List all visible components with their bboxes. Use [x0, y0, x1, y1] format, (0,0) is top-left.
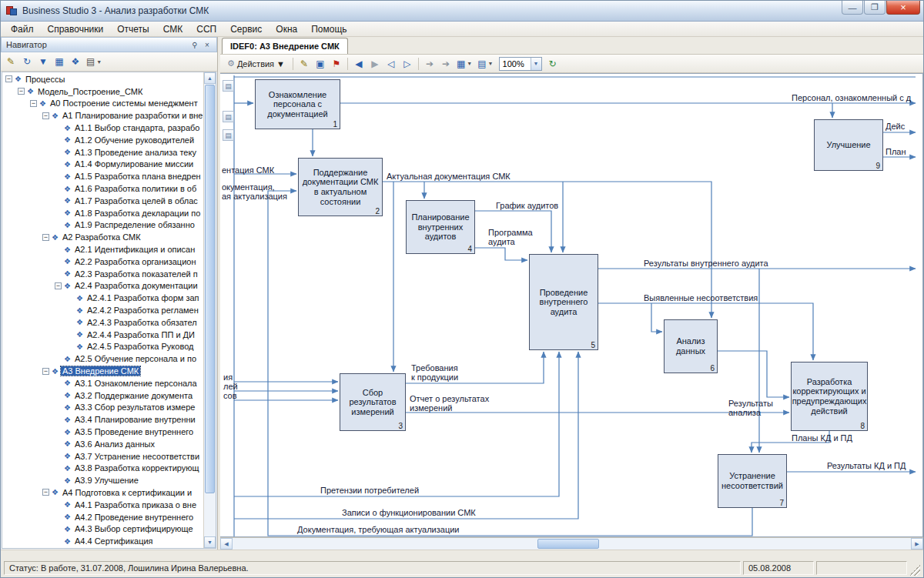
canvas-hscrollbar[interactable]: ◀ ▶	[220, 537, 923, 550]
tree-item[interactable]: −❖А2.4 Разработка документации	[2, 280, 203, 292]
scroll-right-icon[interactable]: ▶	[911, 538, 923, 550]
tree-item[interactable]: ❖А4.2 Проведение внутреннего	[2, 511, 203, 523]
diagram-box-4[interactable]: Планирование внутренних аудитов4	[406, 200, 475, 254]
tree-item[interactable]: −❖А0 Построение системы менеджмент	[2, 98, 203, 110]
print-icon[interactable]: ▤▼	[84, 55, 104, 69]
tree-expander-icon[interactable]: −	[42, 112, 49, 119]
export-icon[interactable]: ▤▼	[475, 56, 495, 71]
diagram-box-6[interactable]: Анализ данных6	[664, 319, 718, 373]
tree-item[interactable]: ❖А1.7 Разработка целей в облас	[2, 195, 203, 207]
tree-item[interactable]: ❖А1.4 Формулирование миссии	[2, 159, 203, 171]
actions-button[interactable]: ⚙Действия▼	[223, 56, 290, 72]
scroll-down-icon[interactable]: ▼	[204, 536, 216, 548]
diagram-box-2[interactable]: Поддержание документации СМК в актуально…	[298, 158, 383, 216]
title-bar[interactable]: Business Studio 3 - Анализ разработки СМ…	[1, 1, 923, 22]
refresh-diagram-icon[interactable]: ↻	[545, 56, 561, 71]
tree-item[interactable]: ❖А3.8 Разработка корректирующ	[2, 463, 203, 475]
tree-item[interactable]: ❖А3.7 Устранение несоответстви	[2, 450, 203, 463]
close-panel-icon[interactable]: ×	[201, 39, 213, 50]
scroll-thumb[interactable]	[205, 85, 215, 493]
canvas-side-button[interactable]: ▤	[223, 129, 234, 141]
edit-diagram-icon[interactable]: ✎	[296, 56, 312, 71]
tree-scrollbar[interactable]: ▲ ▼	[203, 72, 216, 548]
tree-item[interactable]: ❖А3.5 Проведение внутреннего	[2, 426, 203, 438]
edit-icon[interactable]: ✎	[3, 55, 18, 69]
prev-diagram-icon[interactable]: ◁	[383, 56, 399, 71]
tree-item[interactable]: −❖Процессы	[2, 73, 203, 85]
tree-item[interactable]: ❖А1.6 Разработка политики в об	[2, 182, 203, 195]
menu-item[interactable]: Файл	[4, 22, 41, 36]
next-diagram-icon[interactable]: ▷	[400, 56, 415, 71]
menu-item[interactable]: СМК	[156, 22, 190, 36]
grid-view-icon[interactable]: ▦▼	[454, 56, 474, 71]
tree-item[interactable]: ❖А3.1 Ознакомление персонала	[2, 377, 203, 389]
tree-expander-icon[interactable]: −	[42, 234, 49, 241]
diagram-box-7[interactable]: Устранение несоответствий7	[718, 454, 787, 508]
tree-expander-icon[interactable]: −	[18, 88, 25, 95]
filter-icon[interactable]: ▼	[35, 55, 51, 69]
tree-item[interactable]: ❖А2.4.3 Разработка обязател	[2, 316, 203, 329]
hierarchy-icon[interactable]: ❖	[68, 55, 83, 69]
tree-item[interactable]: −❖А4 Подготовка к сертификации и	[2, 486, 203, 499]
diagram-arrow[interactable]	[718, 351, 789, 397]
diagram-box-8[interactable]: Разработка корректирующих и предупреждаю…	[791, 362, 868, 431]
tree-item[interactable]: ❖А3.4 Планирование внутренни	[2, 413, 203, 426]
scroll-left-icon[interactable]: ◀	[220, 538, 233, 550]
menu-item[interactable]: Сервис	[223, 22, 269, 36]
chevron-down-icon[interactable]: ▼	[531, 58, 541, 70]
forward-icon[interactable]: ▶	[367, 56, 383, 71]
tree-item[interactable]: ❖А3.2 Поддержание документа	[2, 389, 203, 402]
minimize-button[interactable]: —	[842, 1, 863, 15]
flag-icon[interactable]: ⚑	[329, 56, 344, 71]
tree-expander-icon[interactable]: −	[55, 282, 62, 289]
diagram-arrow[interactable]	[651, 303, 662, 332]
tree-item[interactable]: ❖А2.4.1 Разработка форм зап	[2, 292, 203, 304]
tree-expander-icon[interactable]: −	[5, 75, 12, 82]
menu-item[interactable]: Отчеты	[110, 22, 156, 36]
filter-settings-icon[interactable]: ▦	[52, 55, 67, 69]
tree-item[interactable]: ❖А3.9 Улучшение	[2, 474, 203, 486]
menu-item[interactable]: ССП	[189, 22, 223, 36]
tree-item[interactable]: −❖А2 Разработка СМК	[2, 231, 203, 243]
diagram-canvas[interactable]: ▤ ▤ ▤ Ознакомление персонала с документа…	[220, 73, 923, 537]
tree-item[interactable]: −❖А3 Внедрение СМК	[2, 365, 203, 377]
diagram-box-3[interactable]: Сбор результатов измерений3	[340, 373, 406, 431]
tree-item[interactable]: ❖А3.6 Анализ данных	[2, 438, 203, 450]
canvas-side-button[interactable]: ▤	[223, 111, 234, 122]
tree-expander-icon[interactable]: −	[42, 489, 49, 496]
diagram-arrow[interactable]	[475, 248, 527, 260]
menu-item[interactable]: Помощь	[304, 22, 353, 36]
tree-item[interactable]: ❖А4.1 Разработка приказа о вне	[2, 499, 203, 511]
tree-item[interactable]: ❖А2.4.5 Разработка Руковод	[2, 341, 203, 353]
tree-item[interactable]: ❖А1.1 Выбор стандарта, разрабо	[2, 122, 203, 134]
tree-expander-icon[interactable]: −	[42, 368, 49, 375]
tree-expander-icon[interactable]: −	[30, 100, 37, 107]
diagram-box-1[interactable]: Ознакомление персонала с документацией1	[255, 79, 340, 129]
tree-item[interactable]: ❖А1.8 Разработка декларации по	[2, 207, 203, 219]
tree-item[interactable]: ❖А1.2 Обучение руководителей	[2, 134, 203, 146]
resize-grip[interactable]	[909, 565, 920, 576]
close-button[interactable]: ×	[886, 1, 920, 15]
zoom-combo[interactable]: 100%▼	[499, 57, 542, 71]
tree-item[interactable]: −❖Модель_Построение_СМК	[2, 85, 203, 98]
maximize-button[interactable]: ❐	[864, 1, 886, 15]
tree-item[interactable]: ❖А2.3 Разработка показателей п	[2, 268, 203, 280]
tree-item[interactable]: ❖А3.3 Сбор результатов измере	[2, 402, 203, 414]
tree-item[interactable]: ❖А1.3 Проведение анализа теку	[2, 146, 203, 159]
tree-item[interactable]: ❖А2.5 Обучение персонала и по	[2, 352, 203, 365]
go-up-icon[interactable]: ➔	[422, 56, 437, 71]
hscroll-thumb[interactable]	[537, 539, 599, 549]
menu-item[interactable]: Окна	[269, 22, 304, 36]
tree-item[interactable]: ❖А4.4 Сертификация	[2, 535, 203, 547]
tree-item[interactable]: ❖А2.1 Идентификация и описан	[2, 243, 203, 256]
canvas-side-button[interactable]: ▤	[223, 80, 234, 92]
tree-item[interactable]: ❖А2.4.2 Разработка регламен	[2, 304, 203, 316]
tree-item[interactable]: ❖А1.9 Распределение обязанно	[2, 219, 203, 232]
go-down-icon[interactable]: ➔	[438, 56, 454, 71]
tab-idef0-diagram[interactable]: IDEF0: А3 Внедрение СМК	[222, 38, 348, 54]
tree-item[interactable]: ❖А2.2 Разработка организацион	[2, 256, 203, 268]
refresh-icon[interactable]: ↻	[19, 55, 35, 69]
tree-item[interactable]: ❖А2.4.4 Разработка ПП и ДИ	[2, 329, 203, 341]
back-icon[interactable]: ◀	[351, 56, 367, 71]
menu-item[interactable]: Справочники	[41, 22, 111, 36]
